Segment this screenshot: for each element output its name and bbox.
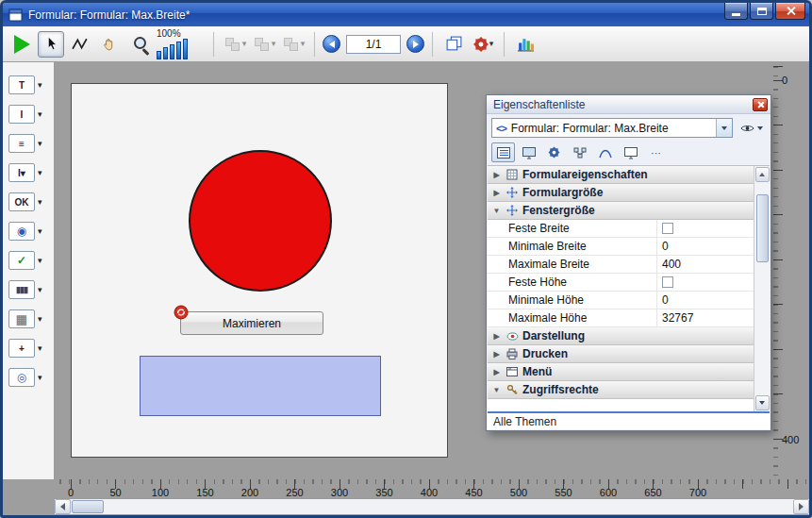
combo-dropdown-button[interactable] [716, 119, 732, 137]
scroll-left-button[interactable] [55, 499, 71, 514]
maximize-button[interactable] [750, 3, 773, 20]
horizontal-scrollbar[interactable] [55, 498, 809, 514]
scroll-thumb[interactable] [72, 500, 104, 513]
section-label: Darstellung [522, 329, 585, 343]
panel-scrollbar[interactable] [754, 166, 770, 411]
scroll-right-button[interactable] [793, 499, 809, 514]
property-value-cell[interactable]: 0 [657, 292, 754, 309]
checkbox-unchecked[interactable] [662, 223, 673, 234]
tab-curves[interactable] [593, 142, 617, 162]
frame-tool-button[interactable]: ▦ [8, 309, 35, 328]
section-formulareigenschaften[interactable]: ▶ Formulareigenschaften [488, 166, 754, 184]
tab-events[interactable] [568, 142, 591, 162]
pages-button[interactable] [440, 31, 467, 58]
object-selector[interactable]: <> Formular: Formular: Max.Breite [491, 118, 733, 138]
chevron-down-icon[interactable]: ▾ [38, 80, 42, 90]
chevron-down-icon[interactable]: ▾ [38, 285, 42, 294]
chevron-down-icon: ▾ [242, 40, 247, 48]
tab-more[interactable]: ··· [644, 142, 668, 162]
workspace: T▾ I▾ ≡▾ I▾▾ OK▾ ◉▾ ✓▾ ▮▮▮▾ ▦▾ +▾ ◎▾ Max… [3, 62, 809, 479]
panel-close-button[interactable] [753, 98, 768, 111]
settings-gear-button[interactable]: ▾ [470, 31, 496, 58]
scroll-thumb[interactable] [756, 194, 769, 262]
button-tool-button[interactable]: OK [8, 192, 35, 211]
chevron-down-icon[interactable]: ▾ [38, 373, 42, 382]
menu-icon [505, 366, 519, 377]
page-indicator[interactable]: 1/1 [346, 35, 401, 54]
tab-screen[interactable] [619, 142, 642, 162]
section-zugriffsrechte[interactable]: ▼ Zugriffsrechte [488, 381, 754, 399]
property-value-cell[interactable]: 400 [657, 256, 754, 273]
titlebar[interactable]: Formular: Formular: Max.Breite* [3, 3, 809, 26]
select-tool-button[interactable] [38, 31, 64, 58]
chevron-down-icon[interactable]: ▾ [38, 343, 42, 353]
tab-properties[interactable] [491, 142, 515, 162]
collapsed-arrow-icon: ▶ [491, 350, 502, 359]
chevron-down-icon[interactable]: ▾ [38, 256, 42, 265]
printer-icon [505, 348, 519, 359]
pan-tool-button[interactable] [96, 31, 123, 58]
label-tool-button[interactable]: T [8, 75, 35, 94]
prev-page-button[interactable] [323, 35, 340, 53]
chevron-down-icon[interactable]: ▾ [38, 314, 42, 324]
scroll-down-button[interactable] [755, 395, 770, 410]
property-value-cell[interactable] [657, 274, 754, 291]
draw-tool-button[interactable] [67, 31, 93, 58]
collapsed-arrow-icon: ▶ [491, 189, 502, 197]
radiobutton-tool-button[interactable]: ◉ [8, 222, 35, 241]
section-darstellung[interactable]: ▶ Darstellung [488, 327, 754, 345]
table-tool-icon: ▮▮▮ [16, 285, 27, 294]
section-fenstergroesse[interactable]: ▼ Fenstergröße [488, 202, 754, 220]
combobox-tool-button[interactable]: I▾ [8, 163, 35, 182]
ruler-label: 400 [421, 487, 438, 498]
horizontal-ruler: 0 50 100 150 200 250 300 350 400 450 500… [55, 479, 809, 498]
textfield-tool-button[interactable]: I [8, 105, 35, 124]
chevron-down-icon[interactable]: ▾ [38, 168, 42, 177]
tab-settings[interactable] [542, 142, 566, 162]
listbox-tool-button[interactable]: ≡ [8, 134, 35, 153]
property-value-cell[interactable]: 0 [657, 238, 754, 255]
design-canvas[interactable]: Maximieren 0 400 Eigenschaftenliste <> [55, 62, 809, 479]
line-tool-button[interactable]: + [8, 339, 35, 358]
form-surface[interactable]: Maximieren [71, 83, 448, 458]
section-formulargroesse[interactable]: ▶ Formulargröße [488, 184, 754, 202]
maximize-form-button[interactable]: Maximieren [180, 311, 323, 335]
zoom-tool-button[interactable] [125, 31, 152, 58]
hand-icon [102, 36, 118, 52]
eye-icon [740, 124, 754, 133]
minimize-button[interactable] [724, 3, 748, 20]
rectangle-widget[interactable] [140, 356, 381, 416]
chevron-down-icon[interactable]: ▾ [38, 109, 42, 119]
ellipse-tool-icon: ◎ [17, 371, 26, 384]
panel-titlebar[interactable]: Eigenschaftenliste [487, 95, 771, 114]
align-shapes-icon [224, 36, 242, 53]
zoom-level-widget[interactable]: 100% [155, 28, 206, 60]
property-label: Feste Breite [488, 220, 657, 237]
checkbox-unchecked[interactable] [662, 276, 673, 288]
ellipse-tool-button[interactable]: ◎ [8, 368, 35, 387]
ellipse-widget[interactable] [189, 150, 332, 292]
property-grid-body: ▶ Formulareigenschaften ▶ Formulargröße … [488, 166, 754, 411]
checkbox-tool-button[interactable]: ✓ [8, 251, 35, 270]
window-title: Formular: Formular: Max.Breite* [28, 8, 190, 22]
table-tool-button[interactable]: ▮▮▮ [8, 280, 35, 299]
statistics-button[interactable] [512, 31, 539, 58]
chevron-down-icon[interactable]: ▾ [38, 139, 42, 148]
close-button[interactable] [775, 3, 805, 20]
expanded-arrow-icon: ▼ [491, 207, 502, 215]
scroll-up-button[interactable] [755, 167, 770, 182]
chevron-down-icon[interactable]: ▾ [38, 197, 42, 207]
tab-display[interactable] [517, 142, 540, 162]
next-page-button[interactable] [406, 35, 424, 53]
view-options-button[interactable] [737, 118, 767, 138]
section-label: Drucken [522, 347, 568, 360]
run-form-button[interactable] [8, 31, 35, 58]
section-drucken[interactable]: ▶ Drucken [488, 345, 754, 363]
property-value-cell[interactable]: 32767 [657, 309, 754, 326]
panel-footer[interactable]: Alle Themen [488, 411, 770, 429]
property-row: Feste Höhe [488, 274, 754, 292]
object-selector-row: <> Formular: Formular: Max.Breite [487, 114, 771, 141]
section-menue[interactable]: ▶ Menü [488, 363, 754, 381]
chevron-down-icon[interactable]: ▾ [38, 226, 42, 236]
property-value-cell[interactable] [657, 220, 754, 237]
